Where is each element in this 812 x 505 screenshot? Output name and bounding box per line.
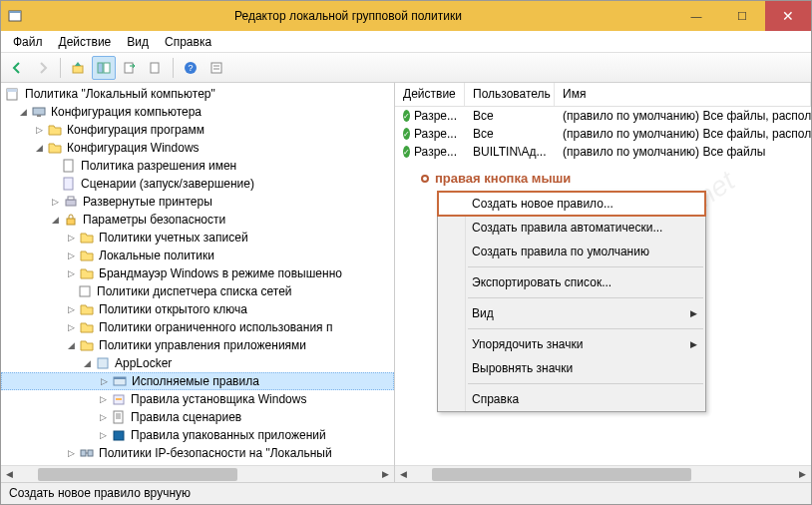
tree-node[interactable]: ▷ Правила упакованных приложений: [1, 426, 394, 444]
installer-icon: [111, 391, 127, 407]
svg-rect-21: [80, 286, 90, 296]
script-rules-icon: [111, 409, 127, 425]
column-name[interactable]: Имя: [555, 83, 811, 106]
expander-icon[interactable]: ◢: [65, 339, 77, 351]
menu-create-default[interactable]: Создать правила по умолчанию: [438, 240, 705, 263]
forward-button[interactable]: [31, 56, 55, 80]
menu-action[interactable]: Действие: [51, 33, 120, 51]
export-button[interactable]: [118, 56, 142, 80]
svg-rect-19: [68, 197, 74, 200]
list-row[interactable]: ✓Разре...BUILTIN\Ад...(правило по умолча…: [395, 143, 811, 161]
svg-rect-5: [125, 63, 133, 73]
expander-icon[interactable]: ◢: [33, 142, 45, 154]
expander-icon[interactable]: ▷: [49, 196, 61, 208]
list-row[interactable]: ✓Разре...Все(правило по умолчанию) Все ф…: [395, 107, 811, 125]
tree-node[interactable]: ▷ Политики ограниченного использования п: [1, 318, 394, 336]
tree-node[interactable]: ▷ Развернутые принтеры: [1, 193, 394, 211]
expander-icon[interactable]: ◢: [49, 214, 61, 226]
svg-rect-17: [64, 178, 73, 190]
refresh-button[interactable]: [144, 56, 168, 80]
tree-node[interactable]: ▷ Политики IP-безопасности на "Локальный: [1, 444, 394, 462]
tree-label: Политики ограниченного использования п: [99, 320, 332, 334]
tree-node[interactable]: ▷ Правила установщика Windows: [1, 390, 394, 408]
tree-label: Конфигурация компьютера: [51, 105, 202, 119]
list-body[interactable]: ✓Разре...Все(правило по умолчанию) Все ф…: [395, 107, 811, 161]
document-icon: [61, 158, 77, 174]
network-icon: [77, 283, 93, 299]
expander-icon[interactable]: ▷: [97, 429, 109, 441]
up-button[interactable]: [66, 56, 90, 80]
list-scrollbar[interactable]: ◀ ▶: [395, 465, 811, 482]
minimize-button[interactable]: —: [673, 1, 719, 31]
statusbar: Создать новое правило вручную: [1, 482, 811, 504]
menu-help[interactable]: Справка: [438, 387, 705, 411]
scroll-right[interactable]: ▶: [377, 466, 394, 483]
packaged-icon: [111, 427, 127, 443]
column-user[interactable]: Пользователь: [465, 83, 555, 106]
menu-view[interactable]: Вид▶: [438, 301, 705, 325]
tree-node[interactable]: ▷ Конфигурация программ: [1, 121, 394, 139]
menu-create-auto[interactable]: Создать правила автоматически...: [438, 216, 705, 240]
tree-node[interactable]: ▷ Политики открытого ключа: [1, 300, 394, 318]
show-hide-tree-button[interactable]: [92, 56, 116, 80]
tree-scrollbar[interactable]: ◀ ▶: [1, 465, 394, 482]
tree-node[interactable]: ▷ Брандмауэр Windows в режиме повышенно: [1, 264, 394, 282]
menu-align-icons[interactable]: Выровнять значки: [438, 356, 705, 380]
expander-icon[interactable]: ▷: [65, 232, 77, 244]
close-button[interactable]: ✕: [765, 1, 811, 31]
list-row[interactable]: ✓Разре...Все(правило по умолчанию) Все ф…: [395, 125, 811, 143]
menu-file[interactable]: Файл: [5, 33, 51, 51]
tree-node[interactable]: ◢ Конфигурация компьютера: [1, 103, 394, 121]
menu-arrange-icons[interactable]: Упорядочить значки▶: [438, 332, 705, 356]
expander-icon[interactable]: ▷: [65, 447, 77, 459]
tree-root[interactable]: Политика "Локальный компьютер": [1, 85, 394, 103]
menu-export-list[interactable]: Экспортировать список...: [438, 270, 705, 294]
menu-separator: [468, 297, 703, 298]
scroll-thumb[interactable]: [432, 468, 691, 481]
scroll-left[interactable]: ◀: [1, 466, 18, 483]
tree-node[interactable]: Политика разрешения имен: [1, 157, 394, 175]
back-button[interactable]: [5, 56, 29, 80]
list-pane: Действие Пользователь Имя ✓Разре...Все(п…: [395, 83, 811, 482]
menu-create-new-rule[interactable]: Создать новое правило...: [438, 192, 705, 216]
scroll-thumb[interactable]: [38, 468, 237, 481]
expander-icon[interactable]: ▷: [65, 250, 77, 261]
scroll-left[interactable]: ◀: [395, 466, 412, 483]
expander-icon[interactable]: ▷: [65, 303, 77, 315]
tree-label: Политика "Локальный компьютер": [25, 87, 215, 101]
tree-node-executable-rules[interactable]: ▷ Исполняемые правила: [1, 372, 394, 390]
column-action[interactable]: Действие: [395, 83, 465, 106]
expander-icon[interactable]: ▷: [33, 124, 45, 136]
tree-node[interactable]: ▷ Правила сценариев: [1, 408, 394, 426]
tree-node[interactable]: ▷ Политики учетных записей: [1, 229, 394, 247]
tree-node[interactable]: ◢ Политики управления приложениями: [1, 336, 394, 354]
tree-node[interactable]: Политики диспетчера списка сетей: [1, 282, 394, 300]
maximize-button[interactable]: ☐: [719, 1, 765, 31]
menu-view[interactable]: Вид: [119, 33, 157, 51]
expander-icon[interactable]: ▷: [65, 267, 77, 279]
expander-icon[interactable]: ▷: [65, 321, 77, 333]
tree-pane: Политика "Локальный компьютер" ◢ Конфигу…: [1, 83, 395, 482]
policy-tree[interactable]: Политика "Локальный компьютер" ◢ Конфигу…: [1, 83, 394, 464]
tree-node[interactable]: ▷ Локальные политики: [1, 247, 394, 264]
expander-icon[interactable]: ▷: [97, 393, 109, 405]
expander-icon[interactable]: ◢: [81, 357, 93, 369]
menu-help[interactable]: Справка: [157, 33, 219, 51]
menu-separator: [468, 328, 703, 329]
tree-label: Исполняемые правила: [132, 374, 259, 388]
scroll-right[interactable]: ▶: [794, 466, 811, 483]
help-button[interactable]: ?: [179, 56, 203, 80]
tree-node[interactable]: ◢ AppLocker: [1, 354, 394, 372]
tree-node[interactable]: ◢ Параметры безопасности: [1, 211, 394, 229]
svg-rect-30: [88, 450, 93, 456]
tree-node[interactable]: Сценарии (запуск/завершение): [1, 175, 394, 193]
properties-button[interactable]: [204, 56, 228, 80]
expander-icon[interactable]: ▷: [97, 411, 109, 423]
tree-label: Политики диспетчера списка сетей: [97, 284, 292, 298]
tree-node[interactable]: ◢ Конфигурация Windows: [1, 139, 394, 157]
tree-label: Правила установщика Windows: [131, 392, 306, 406]
svg-rect-22: [98, 358, 108, 368]
expander-icon[interactable]: ▷: [98, 375, 110, 387]
folder-icon: [79, 248, 95, 263]
expander-icon[interactable]: ◢: [17, 106, 29, 118]
